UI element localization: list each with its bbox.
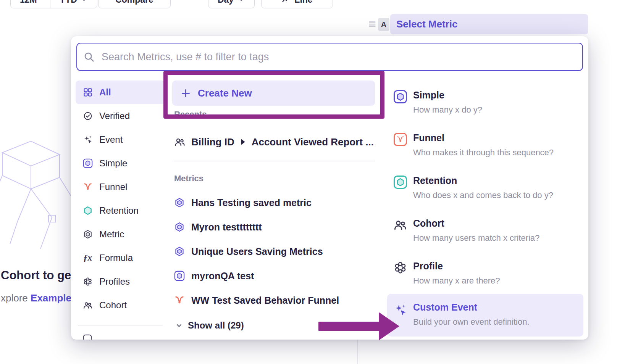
metric-icon	[174, 222, 185, 232]
granularity-button[interactable]: Day	[208, 0, 255, 8]
category-profiles[interactable]: Profiles	[76, 270, 165, 293]
plus-icon	[181, 88, 191, 98]
annotation-arrow-head	[379, 312, 399, 340]
canvas-headline: Cohort to ge	[1, 269, 71, 282]
category-simple[interactable]: Simple	[76, 151, 165, 175]
recent-metric-item[interactable]: Billing ID Account Viewed Report ...	[174, 134, 374, 150]
create-new-label: Create New	[198, 87, 252, 99]
range-ytd-label: YTD	[60, 0, 77, 5]
saved-metric-label: Unique Users Saving Metrics	[191, 246, 323, 257]
category-all[interactable]: All	[76, 81, 165, 104]
recent-event-name: Account Viewed Report ...	[252, 136, 374, 148]
arrow-right-icon	[241, 139, 245, 145]
category-cohort[interactable]: Cohort	[76, 293, 165, 317]
category-label: Metric	[99, 229, 124, 240]
type-cohort[interactable]: Cohort How many users match x criteria?	[387, 218, 583, 250]
type-name: Funnel	[413, 132, 444, 143]
type-name: Retention	[413, 175, 457, 186]
saved-metric-item[interactable]: Myron testttttttt	[174, 218, 262, 236]
metric-row-badge: A	[378, 18, 389, 31]
simple-icon	[393, 90, 407, 104]
type-name: Custom Event	[413, 302, 477, 313]
type-desc: Build your own event definition.	[413, 317, 530, 327]
retention-icon	[82, 206, 93, 216]
chevron-down-icon	[237, 0, 245, 3]
category-label: Event	[99, 134, 123, 145]
type-retention[interactable]: Retention Who does x and comes back to d…	[387, 175, 583, 207]
type-custom-event[interactable]: Custom Event Build your own event defini…	[387, 294, 583, 337]
explore-prefix: xplore	[1, 292, 31, 304]
category-label: Funnel	[99, 182, 127, 192]
cohort-people-icon	[82, 300, 93, 311]
chart-type-label: Line	[294, 0, 312, 5]
category-metric[interactable]: Metric	[76, 222, 165, 246]
partial-item-icon[interactable]	[82, 334, 92, 340]
category-event[interactable]: Event	[76, 128, 165, 151]
category-label: Cohort	[99, 300, 127, 311]
saved-metric-label: WW Test Saved Behavior Funnel	[191, 295, 339, 306]
funnel-icon	[174, 295, 185, 306]
saved-metric-label: Myron testttttttt	[191, 222, 262, 233]
recents-heading: Recents	[174, 110, 207, 119]
type-simple[interactable]: Simple How many x do y?	[387, 90, 583, 122]
create-new-button[interactable]: Create New	[172, 81, 375, 106]
category-formula[interactable]: ƒx Formula	[76, 246, 165, 270]
date-range-control: 12M YTD	[10, 0, 97, 8]
chart-type-button[interactable]: Line	[261, 0, 333, 8]
section-divider	[174, 161, 375, 161]
category-sidebar: All Verified Event Simple Funnel Retenti…	[76, 81, 165, 317]
line-chart-icon	[281, 0, 291, 4]
show-all-label: Show all (29)	[188, 320, 244, 331]
range-12m-button[interactable]: 12M	[11, 0, 46, 8]
grid-icon	[82, 87, 93, 98]
category-label: Simple	[99, 158, 127, 169]
category-retention[interactable]: Retention	[76, 199, 165, 222]
category-label: Verified	[99, 111, 130, 121]
example-link[interactable]: Example	[31, 292, 71, 304]
funnel-icon	[82, 182, 93, 192]
panel-divider	[357, 339, 358, 364]
cohort-people-icon	[174, 136, 186, 148]
type-desc: Who does x and comes back to do y?	[413, 190, 553, 200]
event-sparkle-icon	[82, 135, 93, 145]
annotation-arrow	[318, 322, 380, 331]
type-profile[interactable]: Profile How many x are there?	[387, 261, 583, 293]
profiles-flower-icon	[393, 261, 407, 275]
profiles-flower-icon	[82, 277, 93, 287]
compare-button[interactable]: Compare	[98, 0, 171, 8]
category-label: Formula	[99, 253, 133, 263]
chevron-down-icon	[80, 0, 88, 3]
granularity-label: Day	[218, 0, 234, 5]
type-desc: How many users match x criteria?	[413, 233, 539, 243]
range-12m-label: 12M	[20, 0, 37, 5]
saved-metric-item[interactable]: Hans Testing saved metric	[174, 193, 312, 212]
chevron-down-icon	[175, 321, 183, 330]
type-name: Profile	[413, 261, 443, 272]
category-funnel[interactable]: Funnel	[76, 175, 165, 199]
select-metric-button[interactable]: Select Metric	[390, 14, 588, 34]
recent-cohort-name: Billing ID	[191, 136, 234, 148]
saved-metric-item[interactable]: WW Test Saved Behavior Funnel	[174, 291, 339, 309]
search-icon	[83, 51, 95, 63]
type-name: Simple	[413, 90, 444, 101]
type-funnel[interactable]: Funnel Who makes it through this sequenc…	[387, 132, 583, 164]
sidebar-divider	[78, 325, 163, 326]
retention-icon	[393, 175, 407, 189]
range-ytd-button[interactable]: YTD	[50, 0, 97, 8]
saved-metric-item[interactable]: Unique Users Saving Metrics	[174, 242, 323, 261]
show-all-button[interactable]: Show all (29)	[175, 318, 244, 333]
canvas-subline: xplore Example	[1, 292, 71, 304]
category-verified[interactable]: Verified	[76, 104, 165, 128]
verified-badge-icon	[82, 111, 93, 121]
saved-metric-item[interactable]: myronQA test	[174, 267, 254, 285]
drag-handle-icon[interactable]	[367, 19, 377, 29]
simple-icon	[82, 158, 93, 169]
saved-metric-label: Hans Testing saved metric	[191, 197, 312, 208]
type-name: Cohort	[413, 218, 444, 229]
search-bar	[76, 43, 583, 71]
type-desc: How many x do y?	[413, 105, 482, 115]
category-label: All	[99, 87, 111, 98]
search-input[interactable]	[101, 51, 576, 63]
simple-icon	[174, 271, 185, 281]
saved-metric-label: myronQA test	[191, 271, 254, 282]
